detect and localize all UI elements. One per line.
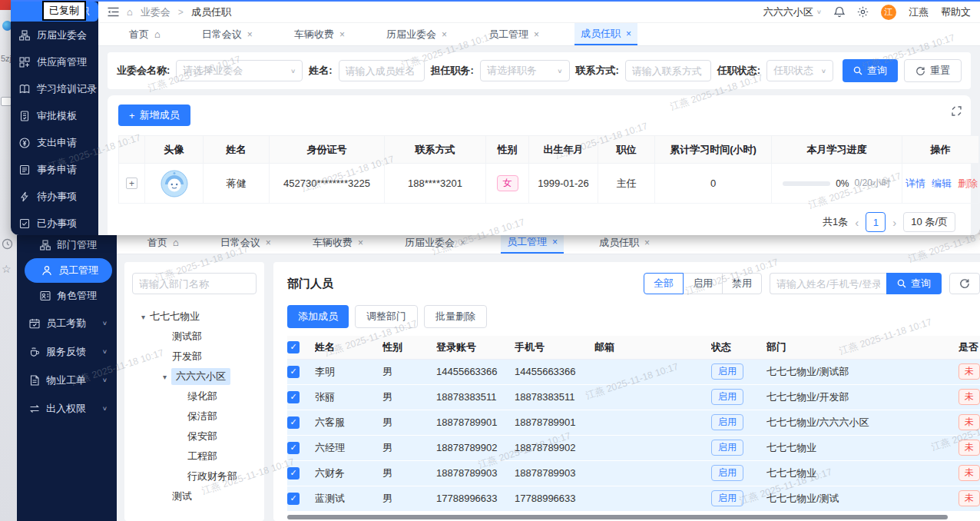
tab-close-icon[interactable]: ×: [644, 237, 650, 248]
page-number[interactable]: 1: [866, 212, 886, 232]
batch-delete-button[interactable]: 批量删除: [424, 305, 487, 328]
search-button[interactable]: 查询: [886, 273, 942, 294]
sidebar-item-previous-committee[interactable]: 历届业委会: [11, 22, 98, 48]
edit-link[interactable]: 编辑: [932, 178, 952, 189]
sidebar-item-supplier-management[interactable]: 供应商管理: [11, 48, 98, 75]
help-link[interactable]: 帮助文: [941, 5, 971, 19]
tab-close-icon[interactable]: ×: [552, 237, 558, 247]
segment-disabled[interactable]: 禁用: [722, 273, 762, 294]
row-checkbox[interactable]: ✓: [287, 467, 300, 480]
delete-link[interactable]: 删除: [958, 178, 978, 189]
fullscreen-icon[interactable]: [952, 106, 962, 116]
tree-node[interactable]: 保安部: [132, 426, 257, 446]
select-all-checkbox[interactable]: ✓: [287, 341, 300, 353]
collapse-menu-icon[interactable]: [108, 7, 119, 17]
page-size-select[interactable]: 10 条/页: [903, 212, 955, 232]
star-icon: ☆: [2, 263, 12, 275]
adjust-department-button[interactable]: 调整部门: [355, 305, 418, 328]
tree-node[interactable]: 行政财务部: [132, 466, 257, 486]
sidebar-item-affairs-request[interactable]: 事务申请: [11, 156, 98, 183]
sidebar-group-attendance[interactable]: 员工考勤 ∨: [17, 309, 117, 337]
bound-badge: 未: [958, 490, 980, 506]
sidebar-item-employee-management[interactable]: 员工管理: [25, 258, 112, 283]
search-icon: [897, 279, 906, 288]
sidebar-item-done-items[interactable]: 已办事项: [11, 210, 98, 235]
tab-close-icon[interactable]: ×: [266, 237, 271, 248]
tab-previous-committee[interactable]: 历届业委会 ×: [380, 23, 453, 45]
staff-search-input[interactable]: [770, 273, 886, 294]
sidebar-item-role-management[interactable]: 角色管理: [17, 283, 117, 309]
detail-link[interactable]: 详情: [906, 178, 925, 189]
gear-icon[interactable]: [857, 6, 869, 18]
next-page-icon[interactable]: ›: [892, 216, 896, 229]
tab-daily-meeting[interactable]: 日常会议 ×: [196, 23, 259, 45]
tree-node[interactable]: 测试: [132, 486, 257, 506]
tree-node[interactable]: 工程部: [132, 446, 257, 466]
committee-select[interactable]: 请选择业委会 ∨: [176, 60, 303, 81]
sidebar-group-service-feedback[interactable]: 服务反馈 ∨: [17, 337, 117, 366]
tab-member-appointment[interactable]: 成员任职 ×: [574, 23, 637, 45]
search-button[interactable]: 查询: [843, 59, 898, 82]
screen: 5zj ☆ 部门管理 员工管理 角色管理 员工考勤 ∨: [0, 0, 980, 521]
tab-close-icon[interactable]: ×: [442, 29, 447, 40]
tab-home[interactable]: 首页 ⌂: [123, 23, 167, 45]
table-row[interactable]: ✓ 张丽 男 18878383511 18878383511 启用 七七七物业/…: [287, 384, 980, 410]
tree-node[interactable]: 绿化部: [132, 387, 257, 407]
department-search-input[interactable]: [132, 273, 257, 294]
community-selector[interactable]: 六六六小区 ∨: [763, 5, 822, 19]
sidebar-item-approval-template[interactable]: 审批模板: [11, 102, 98, 129]
sidebar-group-work-order[interactable]: 物业工单 ∨: [17, 366, 117, 394]
duty-select[interactable]: 请选择职务 ∨: [480, 60, 570, 81]
prev-page-icon[interactable]: ‹: [855, 216, 859, 229]
username[interactable]: 江燕: [909, 5, 929, 19]
row-checkbox[interactable]: ✓: [287, 442, 300, 454]
member-name-input[interactable]: [339, 60, 425, 81]
tab-close-icon[interactable]: ×: [534, 29, 539, 40]
member-appointment-window: 成员任职 历届业委会 供应商管理 学习培训记录 审批模板 支出申请: [11, 0, 980, 235]
segment-enabled[interactable]: 启用: [683, 273, 723, 294]
tab-close-icon[interactable]: ×: [358, 237, 363, 248]
segment-all[interactable]: 全部: [644, 273, 684, 294]
breadcrumb-root[interactable]: 业委会: [141, 5, 171, 19]
sidebar-item-department-management[interactable]: 部门管理: [17, 232, 117, 258]
tab-close-icon[interactable]: ×: [460, 237, 465, 248]
add-staff-button[interactable]: 添加成员: [287, 305, 349, 328]
avatar[interactable]: 江: [881, 5, 896, 20]
horizontal-scrollbar[interactable]: [287, 515, 948, 519]
reset-button[interactable]: 重置: [904, 59, 962, 82]
sidebar-item-expense-request[interactable]: 支出申请: [11, 129, 98, 156]
table-row[interactable]: ✓ 六客服 男 18878789901 18878789901 启用 七七七物业…: [287, 410, 980, 435]
tree-node[interactable]: 保洁部: [132, 407, 257, 426]
tab-employee-management[interactable]: 员工管理 ×: [482, 23, 545, 45]
row-checkbox[interactable]: ✓: [287, 391, 300, 403]
row-checkbox[interactable]: ✓: [287, 366, 300, 378]
tree-expand-icon[interactable]: ▾: [163, 373, 167, 381]
table-row[interactable]: ✓ 李明 男 14455663366 14455663366 启用 七七七物业/…: [287, 359, 980, 384]
tab-close-icon[interactable]: ×: [339, 29, 345, 40]
tree-node-root[interactable]: ▾ 七七七物业: [132, 307, 257, 327]
sidebar-item-training-records[interactable]: 学习培训记录: [11, 75, 98, 102]
tab-vehicle-fee[interactable]: 车辆收费 ×: [288, 23, 351, 45]
home-icon[interactable]: ⌂: [127, 6, 133, 18]
contact-input[interactable]: [625, 60, 711, 81]
breadcrumb-separator: >: [178, 7, 184, 18]
tree-expand-icon[interactable]: ▾: [141, 313, 145, 321]
bell-icon[interactable]: [834, 6, 845, 18]
sidebar-item-todo-items[interactable]: 待办事项: [11, 183, 98, 210]
reset-button[interactable]: [949, 273, 980, 294]
tree-node[interactable]: 测试部: [132, 327, 257, 347]
sidebar-group-access-permission[interactable]: 出入权限 ∨: [17, 394, 117, 423]
tree-node[interactable]: 开发部: [132, 347, 257, 367]
add-member-button[interactable]: + 新增成员: [118, 105, 190, 126]
row-expand-icon[interactable]: +: [126, 178, 137, 189]
row-checkbox[interactable]: ✓: [287, 493, 300, 505]
table-row[interactable]: ✓ 六财务 男 18878789903 18878789903 启用 七七七物业…: [287, 460, 980, 486]
tab-close-icon[interactable]: ×: [626, 28, 631, 39]
tree-node-selected[interactable]: ▾ 六六六小区: [132, 367, 257, 387]
staff-search-group: 查询: [770, 273, 942, 294]
table-row[interactable]: ✓ 六经理 男 18878789902 18878789902 启用 七七七物业…: [287, 435, 980, 460]
status-select[interactable]: 任职状态 ∨: [766, 60, 833, 81]
tab-close-icon[interactable]: ×: [247, 29, 253, 40]
table-row[interactable]: ✓ 蓝测试 男 17788996633 17788996633 启用 七七七物业…: [287, 486, 980, 511]
row-checkbox[interactable]: ✓: [287, 416, 300, 429]
